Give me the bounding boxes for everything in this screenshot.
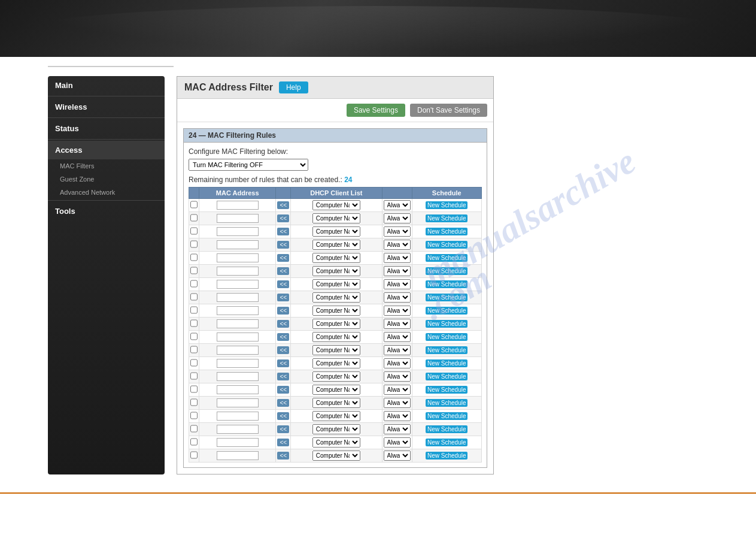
mac-address-input[interactable] [217,319,259,328]
schedule-button[interactable]: New Schedule [426,373,467,380]
row-checkbox[interactable] [190,438,198,446]
mac-address-input[interactable] [217,201,259,210]
save-settings-button[interactable]: Save Settings [347,104,405,117]
mac-address-input[interactable] [217,293,259,302]
sidebar-item-advanced-network[interactable]: Advanced Network [48,186,165,199]
schedule-button[interactable]: New Schedule [426,359,467,367]
schedule-button[interactable]: New Schedule [426,439,467,446]
always-select[interactable]: Always ▾ [384,226,411,237]
help-button[interactable]: Help [279,81,308,93]
always-select[interactable]: Always ▾ [384,345,411,355]
row-checkbox[interactable] [190,293,198,301]
mac-address-input[interactable] [217,227,259,236]
dhcp-client-select[interactable]: Computer Name ▾ [312,398,360,408]
row-checkbox[interactable] [190,385,198,393]
schedule-button[interactable]: New Schedule [426,333,467,341]
dhcp-client-select[interactable]: Computer Name ▾ [312,226,360,237]
row-checkbox[interactable] [190,398,198,406]
row-checkbox[interactable] [190,280,198,288]
dhcp-client-select[interactable]: Computer Name ▾ [312,358,360,368]
mac-address-input[interactable] [217,214,259,223]
always-select[interactable]: Always ▾ [384,371,411,382]
schedule-button[interactable]: New Schedule [426,386,467,394]
schedule-button[interactable]: New Schedule [426,254,467,262]
schedule-button[interactable]: New Schedule [426,241,467,249]
row-checkbox[interactable] [190,372,198,380]
row-checkbox[interactable] [190,346,198,353]
row-checkbox[interactable] [190,214,198,222]
row-checkbox[interactable] [190,240,198,248]
arrow-button[interactable]: << [277,425,289,433]
arrow-button[interactable]: << [277,294,289,301]
sidebar-item-mac-filters[interactable]: MAC Filters [48,159,165,173]
dhcp-client-select[interactable]: Computer Name ▾ [312,385,360,395]
dhcp-client-select[interactable]: Computer Name ▾ [312,319,360,329]
row-checkbox[interactable] [190,267,198,274]
schedule-button[interactable]: New Schedule [426,267,467,275]
schedule-button[interactable]: New Schedule [426,214,467,222]
schedule-button[interactable]: New Schedule [426,452,467,460]
dhcp-client-select[interactable]: Computer Name ▾ [312,451,360,461]
filtering-mode-select[interactable]: Turn MAC Filtering OFF [189,159,308,171]
sidebar-item-status[interactable]: Status [48,119,165,138]
always-select[interactable]: Always ▾ [384,306,411,316]
mac-address-input[interactable] [217,425,259,434]
arrow-button[interactable]: << [277,386,289,394]
schedule-button[interactable]: New Schedule [426,228,467,235]
schedule-button[interactable]: New Schedule [426,346,467,354]
dhcp-client-select[interactable]: Computer Name ▾ [312,253,360,263]
mac-address-input[interactable] [217,267,259,276]
row-checkbox[interactable] [190,359,198,367]
dhcp-client-select[interactable]: Computer Name ▾ [312,306,360,316]
dhcp-client-select[interactable]: Computer Name ▾ [312,200,360,210]
schedule-button[interactable]: New Schedule [426,294,467,301]
always-select[interactable]: Always ▾ [384,266,411,276]
arrow-button[interactable]: << [277,241,289,249]
mac-address-input[interactable] [217,240,259,249]
arrow-button[interactable]: << [277,320,289,328]
mac-address-input[interactable] [217,451,259,460]
row-checkbox[interactable] [190,425,198,433]
dhcp-client-select[interactable]: Computer Name ▾ [312,266,360,276]
arrow-button[interactable]: << [277,254,289,262]
row-checkbox[interactable] [190,451,198,459]
dhcp-client-select[interactable]: Computer Name ▾ [312,424,360,434]
arrow-button[interactable]: << [277,307,289,315]
arrow-button[interactable]: << [277,201,289,209]
sidebar-item-wireless[interactable]: Wireless [48,98,165,116]
arrow-button[interactable]: << [277,412,289,420]
always-select[interactable]: Always ▾ [384,451,411,461]
arrow-button[interactable]: << [277,373,289,380]
schedule-button[interactable]: New Schedule [426,320,467,328]
always-select[interactable]: Always ▾ [384,332,411,342]
mac-address-input[interactable] [217,372,259,381]
arrow-button[interactable]: << [277,333,289,341]
always-select[interactable]: Always ▾ [384,424,411,434]
schedule-button[interactable]: New Schedule [426,425,467,433]
mac-address-input[interactable] [217,385,259,394]
mac-address-input[interactable] [217,253,259,262]
row-checkbox[interactable] [190,253,198,261]
dont-save-settings-button[interactable]: Don't Save Settings [410,104,487,117]
dhcp-client-select[interactable]: Computer Name ▾ [312,345,360,355]
arrow-button[interactable]: << [277,280,289,288]
dhcp-client-select[interactable]: Computer Name ▾ [312,213,360,223]
arrow-button[interactable]: << [277,267,289,275]
sidebar-item-tools[interactable]: Tools [48,202,165,220]
dhcp-client-select[interactable]: Computer Name ▾ [312,411,360,421]
arrow-button[interactable]: << [277,359,289,367]
always-select[interactable]: Always ▾ [384,385,411,395]
sidebar-item-guest-zone[interactable]: Guest Zone [48,173,165,186]
mac-address-input[interactable] [217,398,259,407]
dhcp-client-select[interactable]: Computer Name ▾ [312,437,360,448]
always-select[interactable]: Always ▾ [384,279,411,289]
schedule-button[interactable]: New Schedule [426,307,467,315]
row-checkbox[interactable] [190,333,198,340]
schedule-button[interactable]: New Schedule [426,412,467,420]
row-checkbox[interactable] [190,227,198,235]
always-select[interactable]: Always ▾ [384,292,411,303]
sidebar-item-main[interactable]: Main [48,76,165,95]
arrow-button[interactable]: << [277,452,289,460]
mac-address-input[interactable] [217,306,259,315]
dhcp-client-select[interactable]: Computer Name ▾ [312,240,360,250]
